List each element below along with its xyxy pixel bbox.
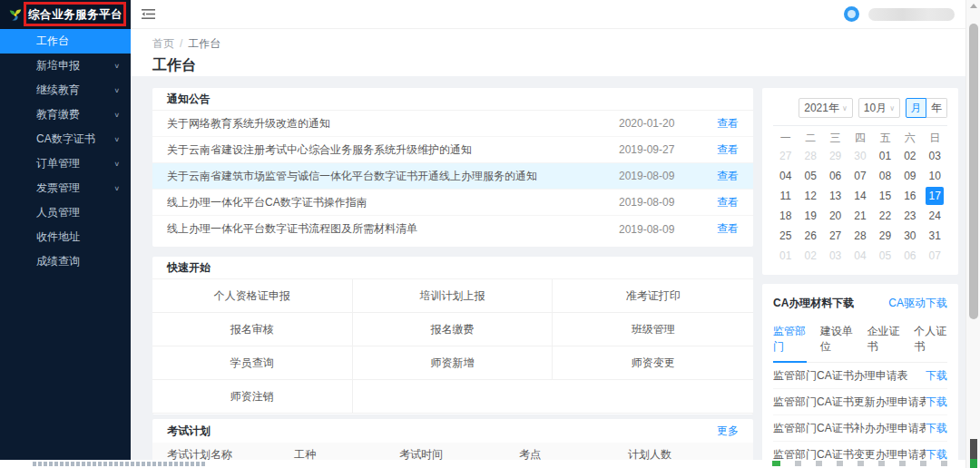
calendar-day[interactable]: 27 [773,146,798,166]
tab-enterprise-cert[interactable]: 企业证书 [867,320,901,362]
notice-title-link[interactable]: 关于网络教育系统升级改造的通知 [167,116,619,132]
ca-driver-download-link[interactable]: CA驱动下载 [888,296,947,311]
download-link[interactable]: 下载 [926,368,947,384]
calendar-day[interactable]: 31 [923,226,947,246]
calendar-month-select[interactable]: 10月∨ [858,98,900,118]
calendar-day[interactable]: 18 [773,206,798,226]
statusbar-icon[interactable] [941,461,947,466]
scrollbar-up-arrow[interactable] [970,4,977,8]
notice-view-link[interactable]: 查看 [706,116,739,132]
statusbar-icon[interactable] [816,461,822,466]
download-link[interactable]: 下载 [926,395,947,410]
calendar-day[interactable]: 08 [873,166,897,186]
calendar-day[interactable]: 03 [923,146,947,166]
sidebar-item-continuing-education[interactable]: 继续教育∨ [0,78,131,102]
calendar-day[interactable]: 05 [798,166,822,186]
calendar-day[interactable]: 07 [923,246,947,266]
calendar-day[interactable]: 12 [798,186,822,206]
calendar-day[interactable]: 16 [897,186,922,206]
statusbar-icon[interactable] [920,461,926,466]
calendar-day[interactable]: 07 [848,166,872,186]
download-link[interactable]: 下载 [926,421,947,436]
quick-link-training-plan-report[interactable]: 培训计划上报 [353,279,554,313]
calendar-day[interactable]: 24 [923,206,947,226]
calendar-day[interactable]: 22 [873,206,897,226]
calendar-mode-year-button[interactable]: 年 [926,98,947,118]
calendar-day[interactable]: 25 [773,226,798,246]
calendar-mode-month-button[interactable]: 月 [906,98,926,118]
sidebar-item-score-query[interactable]: 成绩查询 [0,249,131,274]
calendar-day[interactable]: 14 [848,186,872,206]
exam-plan-more-link[interactable]: 更多 [717,424,739,439]
calendar-day[interactable]: 11 [773,186,798,206]
calendar-day[interactable]: 05 [873,246,897,266]
calendar-day[interactable]: 06 [897,246,922,266]
user-avatar[interactable] [844,6,859,22]
calendar-day[interactable]: 26 [798,226,822,246]
statusbar-icon[interactable] [795,461,801,466]
calendar-day[interactable]: 30 [897,226,922,246]
calendar-day[interactable]: 01 [873,146,897,166]
menu-fold-icon[interactable] [142,8,155,20]
calendar-day[interactable]: 09 [897,166,922,186]
calendar-day[interactable]: 04 [848,246,872,266]
calendar-day[interactable]: 02 [798,246,822,266]
sidebar-item-workbench[interactable]: 工作台 [0,29,131,54]
calendar-day[interactable]: 10 [923,166,947,186]
user-name-redacted[interactable] [868,8,955,21]
tab-regulatory-department[interactable]: 监管部门 [773,320,807,363]
calendar-day[interactable]: 28 [848,226,872,246]
calendar-day[interactable]: 27 [823,226,848,246]
notice-title-link[interactable]: 线上办理一体化平台CA数字证书操作指南 [167,195,619,210]
sidebar-item-personnel-management[interactable]: 人员管理 [0,200,131,225]
calendar-day[interactable]: 01 [773,246,798,266]
calendar-day[interactable]: 28 [798,146,822,166]
calendar-day[interactable]: 20 [823,206,848,226]
tab-construction-unit[interactable]: 建设单位 [820,320,854,362]
quick-link-class-management[interactable]: 班级管理 [553,313,753,346]
calendar-day[interactable]: 02 [897,146,922,166]
sidebar-item-invoice-management[interactable]: 发票管理∨ [0,176,131,200]
quick-link-teacher-add[interactable]: 师资新增 [353,346,554,380]
sidebar-item-new-training[interactable]: 新培申报∨ [0,54,131,78]
sidebar-item-ca-certificate[interactable]: CA数字证书∨ [0,127,131,151]
statusbar-icon[interactable] [899,461,906,466]
calendar-day[interactable]: 23 [897,206,922,226]
calendar-day[interactable]: 13 [823,186,848,206]
statusbar-icon[interactable] [878,461,885,466]
tab-personal-cert[interactable]: 个人证书 [914,320,947,362]
notice-title-link[interactable]: 线上办理一体化平台数字证书流程图及所需材料清单 [167,221,619,237]
calendar-day[interactable]: 29 [873,226,897,246]
sidebar-item-education-payment[interactable]: 教育缴费∨ [0,102,131,127]
statusbar-icon[interactable] [858,461,864,466]
quick-link-teacher-cancel[interactable]: 师资注销 [152,380,353,414]
calendar-day[interactable]: 29 [823,146,848,166]
calendar-day-selected[interactable]: 17 [923,186,947,206]
quick-link-teacher-change[interactable]: 师资变更 [553,346,753,380]
quick-link-student-query[interactable]: 学员查询 [152,346,353,380]
calendar-day[interactable]: 21 [848,206,872,226]
quick-link-registration-payment[interactable]: 报名缴费 [353,313,554,346]
sidebar-item-mailing-address[interactable]: 收件地址 [0,225,131,249]
security-shield-icon[interactable] [772,461,780,466]
calendar-day[interactable]: 03 [823,246,848,266]
calendar-day[interactable]: 15 [873,186,897,206]
quick-link-registration-review[interactable]: 报名审核 [152,313,353,346]
calendar-day[interactable]: 30 [848,146,872,166]
breadcrumb-home[interactable]: 首页 [152,37,174,50]
notice-title-link[interactable]: 关于云南省建筑市场监管与诚信一体化平台数字证书开通线上办理服务的通知 [167,169,619,184]
calendar-day[interactable]: 19 [798,206,822,226]
scrollbar[interactable] [965,0,980,468]
scrollbar-thumb[interactable] [969,24,978,319]
notice-title-link[interactable]: 关于云南省建设注册考试中心综合业务服务系统升级维护的通知 [167,142,619,158]
calendar-year-select[interactable]: 2021年∨ [799,98,853,118]
notice-view-link[interactable]: 查看 [706,169,739,184]
calendar-day[interactable]: 06 [823,166,848,186]
statusbar-icon[interactable] [837,461,843,466]
quick-link-personal-cert-apply[interactable]: 个人资格证申报 [152,279,353,313]
notice-view-link[interactable]: 查看 [706,142,739,158]
calendar-day[interactable]: 04 [773,166,798,186]
sidebar-item-order-management[interactable]: 订单管理∨ [0,151,131,176]
notice-view-link[interactable]: 查看 [706,221,739,237]
notice-view-link[interactable]: 查看 [706,195,739,210]
